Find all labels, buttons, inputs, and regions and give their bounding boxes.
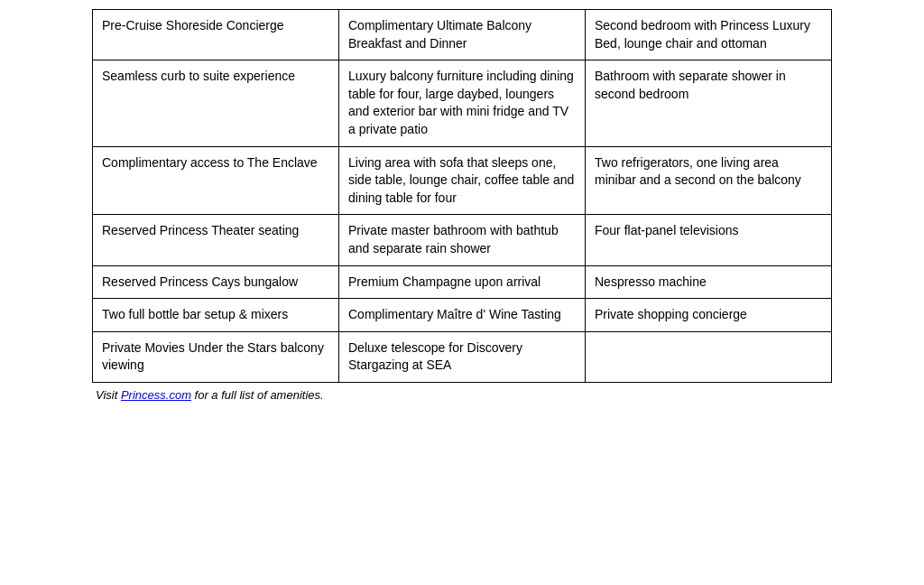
table-row: Two full bottle bar setup & mixersCompli… (93, 299, 832, 332)
amenities-table-container: Pre-Cruise Shoreside ConciergeCompliment… (92, 9, 832, 402)
cell-r5-c1: Complimentary Maître d' Wine Tasting (339, 299, 586, 332)
footer-prefix: Visit (96, 388, 121, 402)
cell-r4-c1: Premium Champagne upon arrival (339, 265, 586, 299)
cell-r3-c2: Four flat-panel televisions (586, 215, 832, 265)
cell-r6-c1: Deluxe telescope for Discovery Stargazin… (339, 331, 586, 382)
amenities-table: Pre-Cruise Shoreside ConciergeCompliment… (92, 9, 832, 383)
cell-r3-c0: Reserved Princess Theater seating (93, 215, 339, 265)
cell-r2-c1: Living area with sofa that sleeps one, s… (339, 146, 586, 215)
cell-r6-c0: Private Movies Under the Stars balcony v… (93, 331, 339, 382)
cell-r0-c1: Complimentary Ultimate Balcony Breakfast… (339, 10, 586, 60)
cell-r1-c2: Bathroom with separate shower in second … (586, 60, 832, 146)
cell-r2-c2: Two refrigerators, one living area minib… (586, 146, 832, 215)
cell-r4-c2: Nespresso machine (586, 265, 832, 299)
cell-r4-c0: Reserved Princess Cays bungalow (93, 265, 339, 299)
table-row: Complimentary access to The EnclaveLivin… (93, 146, 832, 215)
cell-r2-c0: Complimentary access to The Enclave (93, 146, 339, 215)
princess-link[interactable]: Princess.com (121, 388, 191, 402)
table-row: Reserved Princess Cays bungalowPremium C… (93, 265, 832, 299)
table-row: Private Movies Under the Stars balcony v… (93, 331, 832, 382)
cell-r0-c2: Second bedroom with Princess Luxury Bed,… (586, 10, 832, 60)
cell-r5-c0: Two full bottle bar setup & mixers (93, 299, 339, 332)
table-row: Reserved Princess Theater seatingPrivate… (93, 215, 832, 265)
table-row: Seamless curb to suite experienceLuxury … (93, 60, 832, 146)
cell-r1-c1: Luxury balcony furniture including dinin… (339, 60, 586, 146)
cell-r3-c1: Private master bathroom with bathtub and… (339, 215, 586, 265)
footer-suffix: for a full list of amenities. (191, 388, 324, 402)
footer-note: Visit Princess.com for a full list of am… (92, 388, 832, 402)
cell-r0-c0: Pre-Cruise Shoreside Concierge (93, 10, 339, 60)
table-row: Pre-Cruise Shoreside ConciergeCompliment… (93, 10, 832, 60)
cell-r1-c0: Seamless curb to suite experience (93, 60, 339, 146)
cell-r6-c2 (586, 331, 832, 382)
cell-r5-c2: Private shopping concierge (586, 299, 832, 332)
